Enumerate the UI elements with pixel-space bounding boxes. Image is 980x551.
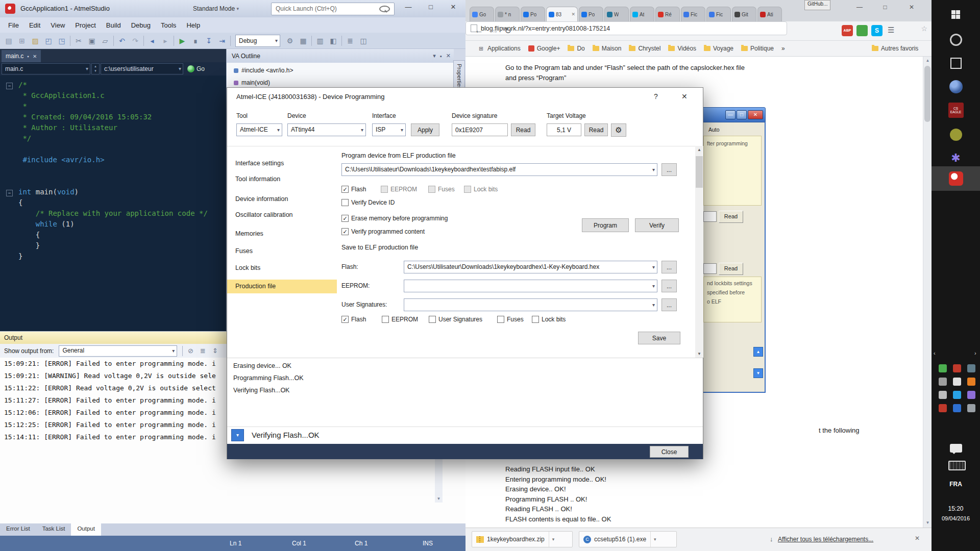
go-icon[interactable] [187,65,194,72]
atmel-titlebar[interactable]: GccApplication1 - AtmelStudio Standard M… [0,0,465,17]
device-programming-icon[interactable]: ▦ [297,35,310,47]
tray-icon[interactable] [967,378,975,386]
clock-time[interactable]: 15:20 [932,505,980,512]
browser-tab-ati[interactable]: Ati [757,7,782,21]
bg-scroll-up-icon[interactable]: ▲ [753,347,763,357]
close-downloads-bar-icon[interactable]: ✕ [915,535,920,542]
browser-maximize-button[interactable]: □ [873,0,897,14]
tool-tab-task-list[interactable]: Task List [36,523,71,536]
show-all-downloads-link[interactable]: Afficher tous les téléchargements... [778,536,873,543]
navigate-forward-icon[interactable]: ▸ [159,35,172,47]
dialog-nav-memories[interactable]: Memories [227,227,337,241]
tray-expand-left-icon[interactable]: ‹ [934,350,936,356]
browser-tab-fic[interactable]: Fic [706,7,731,21]
bookmark-google[interactable]: Google+ [528,45,560,52]
close-button[interactable]: ✕ [442,0,464,14]
menu-tools[interactable]: Tools [156,21,181,29]
menu-file[interactable]: File [3,21,24,29]
verify-button[interactable]: Verify [635,218,679,232]
dialog-close-icon[interactable]: ✕ [681,92,688,101]
browse-eeprom-button[interactable]: ... [662,280,677,292]
omnibox[interactable]: blog.flipwork.nl/?x=entry:entry081008-17… [465,21,787,35]
scrollbar-thumb[interactable] [696,156,703,188]
save-icon[interactable]: ◰ [42,35,55,47]
minimize-button[interactable]: — [397,0,420,14]
help-icon[interactable]: ? [654,92,658,101]
scroll-up-icon[interactable]: ▲ [924,57,932,64]
pin-icon[interactable]: ▪ [27,54,29,59]
keyboard-icon[interactable] [948,461,966,470]
interface-combo[interactable]: ISP [372,123,406,136]
pin-icon[interactable]: ▪ [440,53,442,59]
checkbox-box[interactable]: ✓ [341,186,349,193]
fold-gutter[interactable]: − [0,187,18,197]
download-item-zip[interactable]: 1keykeyboardhex.zip ▾ [472,531,573,547]
browser-tab-fic[interactable]: Fic [681,7,705,21]
read-voltage-button[interactable]: Read [584,123,608,136]
checkbox-flash[interactable]: ✓Flash [341,316,366,323]
tray-icon[interactable] [939,378,947,386]
dialog-titlebar[interactable]: Atmel-ICE (J41800031638) - Device Progra… [227,88,703,106]
maximize-button[interactable]: □ [420,0,442,14]
tray-icon[interactable] [953,404,961,412]
browser-tab-go[interactable]: Go [470,7,494,21]
scrollbar-thumb[interactable] [924,66,930,122]
checkbox-box[interactable] [532,316,539,323]
checkbox-box[interactable]: ✓ [341,215,349,222]
checkbox-box[interactable] [382,316,389,323]
fold-collapse-icon[interactable]: − [6,190,13,196]
apply-button[interactable]: Apply [411,123,439,136]
start-debug-icon[interactable]: ▶ [176,35,189,47]
dialog-nav-oscillator-calibration[interactable]: Oscillator calibration [227,208,337,222]
mode-selector[interactable]: Standard Mode ▾ [193,4,239,14]
reload-icon[interactable]: ↻ [504,26,511,36]
build-icon[interactable]: ⚙ [283,35,297,47]
browse-elf-button[interactable]: ... [662,163,677,176]
outline-item[interactable]: #include <avr/io.h> [227,64,454,77]
taskbar-app-sphere-icon[interactable] [932,76,980,98]
program-button[interactable]: Program [582,218,629,232]
dialog-nav-interface-settings[interactable]: Interface settings [227,157,337,170]
bookmark-voyage[interactable]: Voyage [704,45,733,52]
eeprom-file-combo[interactable] [404,280,657,292]
file-scope-combo[interactable]: main.c [2,63,90,74]
taskbar-app-ring-icon[interactable] [932,29,980,51]
tray-icon[interactable] [939,391,947,399]
scroll-down-icon[interactable]: ▼ [695,350,703,358]
caret-down-icon[interactable]: ▾ [549,532,558,547]
device-selection-icon[interactable]: ▥ [313,35,327,47]
navigate-back-icon[interactable]: ◂ [145,35,159,47]
language-indicator[interactable]: FRA [932,481,980,488]
skype-extension-icon[interactable]: S [871,25,883,36]
clear-all-icon[interactable]: ⊘ [184,346,197,356]
dialog-scrollbar[interactable]: ▲ ▼ [695,146,703,358]
close-panel-icon[interactable]: ✕ [446,53,451,59]
checkbox-erase-memory-before-programming[interactable]: ✓Erase memory before programming [341,215,448,222]
cut-icon[interactable]: ✂ [72,35,85,47]
checkbox-box[interactable] [497,316,504,323]
user-signatures-combo[interactable] [404,298,657,311]
checkbox-box[interactable] [429,316,436,323]
browser-tab-po[interactable]: Po [521,7,545,21]
debug-configuration-combo[interactable]: Debug [235,35,280,47]
dialog-nav-device-information[interactable]: Device information [227,192,337,206]
browser-tab-git[interactable]: Git [732,7,756,21]
checkbox-lock-bits[interactable]: Lock bits [532,316,566,323]
bookmarks-overflow-chevron[interactable]: » [781,45,785,52]
close-tab-icon[interactable]: ✕ [33,54,37,59]
bookmark-applications[interactable]: ⊞Applications [479,45,521,52]
tray-expand-right-icon[interactable]: › [974,350,976,356]
dialog-nav-lock-bits[interactable]: Lock bits [227,261,337,275]
checkbox-verify-programmed-content[interactable]: ✓Verify programmed content [341,228,425,235]
read-signature-button[interactable]: Read [511,123,535,136]
bg-maximize-button[interactable]: □ [737,110,747,119]
browse-flash-button[interactable]: ... [662,261,677,273]
open-file-icon[interactable]: ▨ [29,35,42,47]
tray-icon[interactable] [953,391,961,399]
menu-build[interactable]: Build [101,21,126,29]
close-tab-icon[interactable]: ✕ [571,12,575,17]
save-all-icon[interactable]: ◳ [55,35,68,47]
checkbox-verify-device-id[interactable]: Verify Device ID [341,199,395,206]
scroll-down-icon[interactable]: ▼ [435,495,443,503]
elf-file-combo[interactable]: C:\Users\Utilisateur\Downloads\1keykeybo… [341,163,657,176]
